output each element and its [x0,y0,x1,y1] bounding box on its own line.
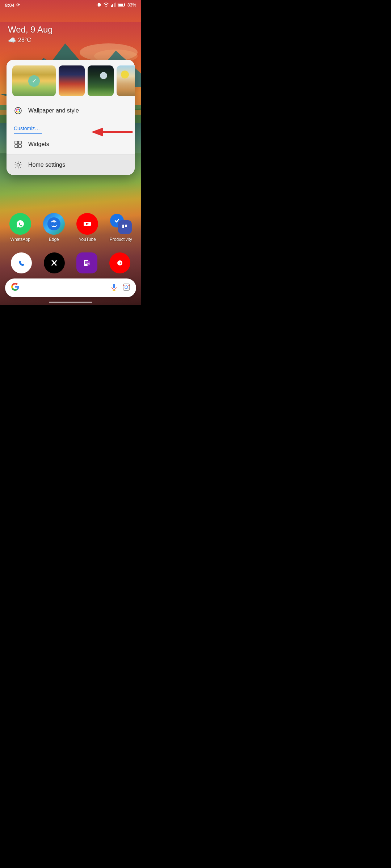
palette-icon [14,106,22,115]
weather-row: ☁️ 28°C [8,36,53,44]
wallpaper-thumb-3[interactable] [88,65,114,96]
productivity-icon-container [110,213,132,235]
edge-label: Edge [49,237,59,242]
context-menu: ✓ [7,60,135,175]
svg-rect-12 [98,3,100,7]
dock-row: N [0,252,141,273]
history-icon: ⟳ [16,3,20,8]
search-bar[interactable] [5,278,136,297]
google-logo [11,282,20,293]
battery-icon [118,3,126,8]
home-settings-item[interactable]: Home settings [7,155,135,175]
dock-onenote[interactable]: N [76,252,97,273]
wallpaper-thumb-1[interactable]: ✓ [12,65,56,96]
svg-rect-52 [123,284,130,290]
trello-icon [118,220,132,234]
battery-percent: 83% [127,3,136,8]
svg-point-20 [15,107,21,114]
date-weather-widget: Wed, 9 Aug ☁️ 28°C [8,25,53,44]
home-indicator [49,302,92,303]
productivity-label: Productivity [110,237,132,242]
edge-icon [43,213,65,235]
svg-rect-11 [97,4,97,6]
svg-point-40 [16,258,27,268]
svg-point-31 [17,164,20,166]
svg-point-53 [125,286,128,289]
wallpaper-thumbnails: ✓ [7,60,135,101]
app-productivity[interactable]: Productivity [106,213,135,242]
time-display: 8:04 [5,3,14,8]
settings-gear-icon [14,161,22,169]
widgets-icon [14,140,22,149]
status-icons-group: 83% [96,2,136,8]
svg-rect-14 [111,5,112,7]
home-settings-label: Home settings [28,162,65,168]
mic-icon[interactable] [110,283,118,293]
status-time-group: 8:04 ⟳ [5,3,20,8]
widgets-label: Widgets [28,141,49,148]
lens-icon[interactable] [122,283,130,293]
svg-point-24 [19,111,20,112]
search-action-icons [110,283,130,293]
vibrate-icon [96,2,101,8]
svg-rect-13 [100,4,101,6]
app-whatsapp[interactable]: WhatsApp [6,213,35,242]
dock-x[interactable] [44,252,65,273]
svg-rect-17 [115,3,116,7]
app-edge[interactable]: Edge [39,213,68,242]
wallpaper-style-item[interactable]: Wallpaper and style [7,101,135,121]
svg-rect-19 [118,4,123,6]
selected-checkmark: ✓ [28,75,40,87]
wifi-icon [103,3,109,8]
svg-point-22 [17,109,19,110]
svg-text:N: N [87,262,90,265]
dock-phone[interactable] [11,252,32,273]
svg-point-21 [16,109,17,111]
apps-row: WhatsApp Edge [0,213,141,242]
svg-point-26 [16,111,17,112]
temperature-display: 28°C [18,37,31,43]
wallpaper-thumb-2[interactable] [59,65,85,96]
wallpaper-thumb-4[interactable] [117,65,135,96]
svg-rect-38 [122,225,124,228]
svg-rect-15 [112,4,113,7]
svg-rect-30 [18,145,21,148]
youtube-label: YouTube [79,237,96,242]
svg-rect-29 [15,145,18,148]
svg-rect-28 [18,141,21,144]
svg-rect-39 [125,225,127,227]
status-bar: 8:04 ⟳ [0,0,141,10]
svg-point-25 [17,111,19,113]
weather-icon: ☁️ [8,36,16,44]
youtube-icon [76,213,98,235]
whatsapp-label: WhatsApp [10,237,30,242]
whatsapp-icon [9,213,31,235]
svg-rect-16 [114,3,115,7]
svg-point-23 [19,109,20,111]
wallpaper-style-label: Wallpaper and style [28,107,79,114]
signal-icon [111,3,116,8]
svg-rect-27 [15,141,18,144]
app-youtube[interactable]: YouTube [73,213,102,242]
date-display: Wed, 9 Aug [8,25,53,35]
dock-ytmusic[interactable] [109,252,130,273]
svg-point-34 [47,217,60,230]
widgets-item[interactable]: Widgets [7,134,135,154]
